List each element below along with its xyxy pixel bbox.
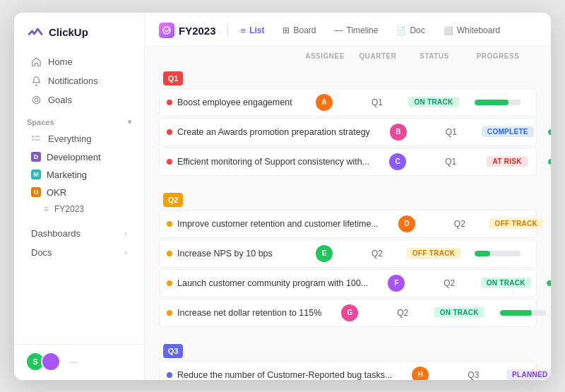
table-row[interactable]: Efficient monitoring of Support consiste… bbox=[159, 148, 537, 176]
sidebar-item-dashboards[interactable]: Dashboards › bbox=[18, 224, 140, 243]
sidebar-item-goals[interactable]: Goals bbox=[18, 90, 140, 109]
svg-point-6 bbox=[163, 27, 170, 34]
sidebar-item-marketing[interactable]: M Marketing bbox=[18, 166, 140, 184]
tab-board[interactable]: ⊞ Board bbox=[275, 23, 323, 38]
status-badge: COMPLETE bbox=[482, 126, 534, 137]
quarter-group-Q3: Q3Reduce the number of Customer-Reported… bbox=[159, 335, 537, 380]
task-quarter: Q2 bbox=[352, 249, 402, 259]
table-row[interactable]: Boost employee engagementAQ1ON TRACK bbox=[159, 88, 537, 117]
progress-cell bbox=[465, 251, 529, 256]
okr-dot: O bbox=[31, 187, 41, 197]
progress-bar-bg bbox=[548, 129, 551, 135]
assignee-cell: H bbox=[392, 367, 448, 380]
development-dot: D bbox=[31, 152, 41, 162]
progress-cell bbox=[540, 129, 551, 135]
sidebar-item-docs[interactable]: Docs › bbox=[18, 243, 140, 262]
progress-cell bbox=[537, 280, 551, 286]
quarter-badge-Q3: Q3 bbox=[163, 344, 183, 358]
spaces-section: Spaces ▾ bbox=[14, 109, 144, 129]
status-cell: OFF TRACK bbox=[484, 218, 548, 229]
task-dot bbox=[167, 221, 172, 227]
task-name-cell: Improve customer retention and customer … bbox=[167, 219, 379, 229]
progress-bar-fill bbox=[547, 280, 551, 286]
col-status: STATUS bbox=[403, 52, 466, 60]
avatar-2 bbox=[41, 352, 61, 372]
tab-doc[interactable]: 📄 Doc bbox=[389, 23, 432, 38]
sidebar-item-fy2023[interactable]: ≡ FY2023 bbox=[18, 201, 140, 217]
progress-bar-bg bbox=[475, 251, 521, 256]
list-tab-label: List bbox=[249, 25, 264, 35]
task-text: Increase NPS by 10 bps bbox=[177, 249, 273, 259]
column-headers: ASSIGNEE QUARTER STATUS PROGRESS bbox=[159, 47, 537, 63]
sidebar-item-notifications[interactable]: Notifications bbox=[18, 71, 140, 90]
table-row[interactable]: Increase NPS by 10 bpsEQ2OFF TRACK bbox=[159, 239, 537, 268]
assignee-cell: C bbox=[369, 153, 426, 170]
dashboards-chevron: › bbox=[124, 229, 127, 237]
quarters-container: Q1Boost employee engagementAQ1ON TRACKCr… bbox=[159, 63, 537, 380]
table-row[interactable]: Increase net dollar retention to 115%GQ2… bbox=[159, 299, 537, 327]
task-quarter: Q1 bbox=[426, 157, 475, 167]
quarter-group-Q2: Q2Improve customer retention and custome… bbox=[159, 184, 537, 327]
docs-chevron: › bbox=[124, 248, 127, 256]
doc-tab-icon: 📄 bbox=[396, 26, 406, 35]
progress-cell bbox=[465, 100, 529, 105]
sidebar-item-development[interactable]: D Development bbox=[18, 148, 140, 166]
timeline-tab-icon: — bbox=[335, 25, 343, 35]
progress-bar-fill bbox=[475, 251, 491, 256]
task-text: Launch customer community program with 1… bbox=[177, 278, 368, 288]
fy-title: FY2023 bbox=[179, 25, 216, 37]
board-tab-label: Board bbox=[293, 25, 316, 35]
task-quarter: Q3 bbox=[448, 370, 498, 380]
topbar-divider bbox=[227, 25, 228, 36]
task-dot bbox=[167, 159, 172, 165]
sidebar-development-label: Development bbox=[47, 152, 101, 162]
task-text: Create an Awards promotion preparation s… bbox=[177, 127, 370, 137]
status-cell: ON TRACK bbox=[474, 278, 537, 288]
table-row[interactable]: Reduce the number of Customer-Reported b… bbox=[159, 361, 537, 380]
sidebar-okr-label: OKR bbox=[47, 187, 66, 198]
task-name-cell: Reduce the number of Customer-Reported b… bbox=[167, 370, 392, 380]
assignee-avatar: D bbox=[398, 215, 415, 232]
tab-whiteboard[interactable]: ⬜ Whiteboard bbox=[436, 23, 507, 38]
table-area: ASSIGNEE QUARTER STATUS PROGRESS Q1Boost… bbox=[145, 47, 551, 380]
task-dot bbox=[167, 372, 172, 378]
progress-bar-bg bbox=[547, 280, 551, 286]
progress-cell bbox=[539, 159, 551, 165]
col-task bbox=[166, 52, 297, 60]
sidebar-everything-label: Everything bbox=[48, 133, 91, 144]
sidebar-fy2023-label: FY2023 bbox=[54, 204, 84, 214]
assignee-cell: D bbox=[379, 215, 435, 232]
table-row[interactable]: Create an Awards promotion preparation s… bbox=[159, 118, 537, 146]
table-row[interactable]: Improve customer retention and customer … bbox=[159, 210, 537, 238]
status-cell: AT RISK bbox=[475, 156, 539, 167]
progress-bar-fill bbox=[475, 100, 509, 105]
task-name-cell: Create an Awards promotion preparation s… bbox=[167, 127, 370, 137]
progress-bar-bg bbox=[548, 159, 551, 165]
sidebar-footer: S ··· bbox=[14, 344, 144, 372]
chevron-down-icon: ▾ bbox=[128, 118, 131, 126]
sidebar-item-everything[interactable]: Everything bbox=[18, 129, 140, 148]
goals-icon bbox=[31, 95, 42, 105]
bell-icon bbox=[31, 76, 42, 86]
sidebar-item-okr[interactable]: O OKR bbox=[18, 184, 140, 201]
avatar-stack: S bbox=[25, 352, 61, 372]
sidebar-item-home[interactable]: Home bbox=[18, 52, 140, 71]
table-row[interactable]: Launch customer community program with 1… bbox=[159, 269, 537, 297]
assignee-avatar: A bbox=[316, 94, 333, 111]
tab-list[interactable]: ≡ List bbox=[234, 23, 272, 39]
tab-timeline[interactable]: — Timeline bbox=[328, 23, 386, 38]
more-menu-icon[interactable]: ··· bbox=[69, 356, 78, 367]
quarter-badge-Q1: Q1 bbox=[163, 71, 183, 85]
home-icon bbox=[31, 57, 42, 67]
topbar: FY2023 ≡ List ⊞ Board — Timeline 📄 Doc ⬜… bbox=[145, 13, 551, 47]
task-text: Improve customer retention and customer … bbox=[177, 219, 379, 229]
assignee-avatar: B bbox=[390, 124, 407, 141]
sidebar-marketing-label: Marketing bbox=[47, 170, 87, 180]
assignee-avatar: H bbox=[412, 367, 429, 380]
task-text: Increase net dollar retention to 115% bbox=[177, 308, 321, 318]
sidebar-notifications-label: Notifications bbox=[48, 76, 98, 86]
task-text: Efficient monitoring of Support consiste… bbox=[177, 157, 369, 167]
svg-rect-5 bbox=[35, 138, 40, 140]
task-name-cell: Efficient monitoring of Support consiste… bbox=[167, 157, 369, 167]
clickup-logo-icon bbox=[27, 24, 44, 41]
